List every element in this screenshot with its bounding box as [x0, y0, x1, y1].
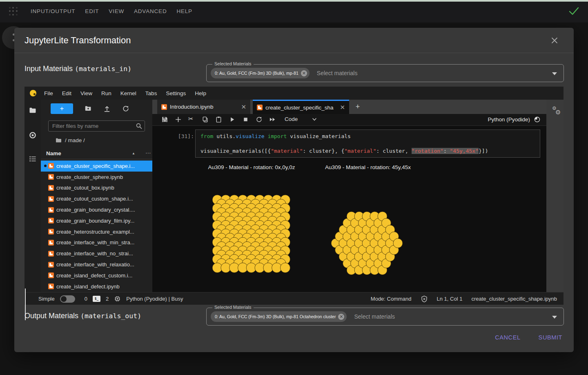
breadcrumb-path[interactable]: / made /: [65, 137, 85, 143]
terminals-count[interactable]: 0: [85, 296, 87, 302]
file-name: create_cluster_sphere.ipynb: [56, 174, 123, 180]
cut-cell-icon[interactable]: ✂: [188, 115, 194, 123]
restart-run-all-icon[interactable]: [269, 116, 276, 123]
jupyter-menu-item-help[interactable]: Help: [195, 90, 206, 96]
simple-mode-toggle[interactable]: [60, 295, 75, 303]
cursor-position[interactable]: Ln 1, Col 1: [437, 296, 463, 302]
notebook-file-icon: [48, 262, 54, 268]
terminal-icon[interactable]: $_: [93, 296, 100, 302]
copy-cell-icon[interactable]: [202, 116, 209, 123]
app-menu-item-input-output[interactable]: INPUT/OUTPUT: [31, 8, 75, 14]
input-select-label: Selected Materials: [212, 61, 254, 66]
output-materials-variable: (materials_out): [80, 312, 141, 320]
notebook-content[interactable]: [31]: from utils.visualize import visual…: [152, 126, 546, 292]
jupyter-menu-item-view[interactable]: View: [80, 90, 92, 96]
jupyter-menu-item-kernel[interactable]: Kernel: [120, 90, 136, 96]
restart-kernel-icon[interactable]: [256, 116, 263, 123]
refresh-icon[interactable]: [122, 105, 129, 112]
jupyter-menu-item-tabs[interactable]: Tabs: [145, 90, 157, 96]
file-browser-icon[interactable]: [29, 107, 36, 114]
settings-gears-icon[interactable]: ⚙⚙: [552, 105, 564, 117]
output-materials-select[interactable]: Selected Materials 0: Au, Gold, FCC (Fm-…: [206, 308, 564, 326]
save-icon[interactable]: [161, 116, 168, 123]
file-list-item[interactable]: create_island_defect_custom.i...: [41, 270, 152, 281]
file-list-header: Name ▲ ⋯: [41, 149, 152, 159]
file-list-item[interactable]: create_grain_boundary_film.ipy...: [41, 215, 152, 226]
status-filename[interactable]: create_cluster_specific_shape.ipynb: [471, 296, 557, 302]
app-menu-item-edit[interactable]: EDIT: [85, 8, 99, 14]
file-list-item[interactable]: create_cluster_specific_shape.i...: [41, 161, 152, 172]
app-logo-icon[interactable]: [9, 7, 18, 16]
new-launcher-button[interactable]: +: [51, 103, 73, 114]
command-mode-indicator[interactable]: Mode: Command: [371, 296, 412, 302]
file-list-item[interactable]: create_grain_boundary_crystal....: [41, 204, 152, 215]
notebook-file-icon: [48, 251, 54, 257]
new-folder-icon[interactable]: [85, 105, 92, 112]
jupyter-menu-item-edit[interactable]: Edit: [62, 90, 71, 96]
file-name: create_island_defect.ipynb: [56, 283, 120, 290]
output-material-chip[interactable]: 0: Au, Gold, FCC (Fm-3m) 3D (Bulk), mp-8…: [211, 311, 347, 322]
trust-shield-icon[interactable]: [421, 295, 428, 303]
notebook-main: Introduction.ipynb ✕ create_cluster_spec…: [152, 100, 564, 292]
top-highlight-strip: [0, 0, 588, 2]
file-browser-panel: + / made /: [41, 100, 152, 292]
chip-remove-icon[interactable]: ✕: [301, 70, 307, 76]
kernels-count[interactable]: 2: [106, 296, 109, 302]
dropdown-caret-icon[interactable]: [552, 72, 557, 75]
filter-files-input[interactable]: [48, 121, 145, 132]
dialog-close-icon[interactable]: [550, 36, 559, 45]
file-list-item[interactable]: create_island_defect.ipynb: [41, 281, 152, 292]
file-list-item[interactable]: create_heterostructure_exampl...: [41, 226, 152, 237]
tab-create-cluster-specific-shape[interactable]: create_cluster_specific_sha ✕: [253, 100, 349, 114]
stop-kernel-icon[interactable]: [242, 116, 249, 123]
jupyter-menu-item-run[interactable]: Run: [101, 90, 111, 96]
file-list-item[interactable]: create_cluster_sphere.ipynb: [41, 172, 152, 183]
chevron-down-icon[interactable]: [312, 117, 317, 122]
file-list-item[interactable]: create_interface_with_relaxatio...: [41, 259, 152, 270]
tab-close-icon[interactable]: ✕: [340, 104, 345, 111]
file-name: create_heterostructure_exampl...: [56, 229, 134, 235]
running-kernels-icon[interactable]: [29, 132, 36, 139]
add-tab-button[interactable]: +: [352, 101, 364, 113]
code-cell[interactable]: from utils.visualize import visualize_ma…: [195, 129, 540, 158]
file-name: create_interface_with_relaxatio...: [56, 261, 134, 268]
paste-cell-icon[interactable]: [215, 116, 222, 123]
app-menu-item-help[interactable]: HELP: [176, 8, 192, 14]
add-cell-icon[interactable]: [175, 116, 182, 123]
kernel-status[interactable]: Python (Pyodide) | Busy: [126, 296, 183, 302]
jupyter-logo-icon: [30, 90, 36, 96]
run-cell-icon[interactable]: [229, 116, 236, 123]
more-options-icon[interactable]: ⋯: [145, 150, 151, 156]
jupyter-menu-item-file[interactable]: File: [44, 90, 53, 96]
kernel-name[interactable]: Python (Pyodide): [488, 116, 530, 123]
cell-execution-count: [31]:: [173, 133, 194, 139]
file-list-item[interactable]: create_cutout_box.ipynb: [41, 183, 152, 194]
notebook-file-icon: [48, 272, 54, 278]
file-list-item[interactable]: create_cutout_custom_shape.i...: [41, 193, 152, 204]
cluster-visualization-square: [212, 194, 291, 273]
submit-button[interactable]: SUBMIT: [539, 334, 562, 341]
kernel-chip-icon[interactable]: [114, 295, 121, 302]
folder-icon[interactable]: [56, 138, 62, 143]
input-material-chip[interactable]: 0: Au, Gold, FCC (Fm-3m) 3D (Bulk), mp-8…: [211, 68, 310, 78]
app-menu-item-view[interactable]: VIEW: [109, 8, 124, 14]
table-of-contents-icon[interactable]: [29, 156, 36, 162]
cell-type-select[interactable]: Code: [285, 116, 298, 122]
kernel-busy-icon[interactable]: [534, 116, 541, 123]
app-menu-item-advanced[interactable]: ADVANCED: [134, 8, 167, 14]
file-list-item[interactable]: create_interface_with_min_stra...: [41, 237, 152, 248]
input-materials-select[interactable]: Selected Materials 0: Au, Gold, FCC (Fm-…: [206, 64, 564, 82]
jupyter-menu-item-settings[interactable]: Settings: [166, 90, 186, 96]
tab-introduction[interactable]: Introduction.ipynb ✕: [157, 100, 250, 114]
check-icon[interactable]: [568, 6, 579, 16]
column-header-name[interactable]: Name: [46, 150, 61, 156]
chip-remove-icon[interactable]: ✕: [338, 314, 344, 320]
dropdown-caret-icon[interactable]: [552, 316, 557, 319]
file-list-item[interactable]: create_interface_with_no_strai...: [41, 248, 152, 259]
tab-close-icon[interactable]: ✕: [241, 103, 246, 111]
upload-icon[interactable]: [103, 105, 111, 112]
cluster-visualization-hex: [331, 211, 403, 275]
output-select-label: Selected Materials: [212, 305, 254, 310]
sort-ascending-icon[interactable]: ▲: [132, 152, 135, 155]
cancel-button[interactable]: CANCEL: [495, 334, 520, 341]
